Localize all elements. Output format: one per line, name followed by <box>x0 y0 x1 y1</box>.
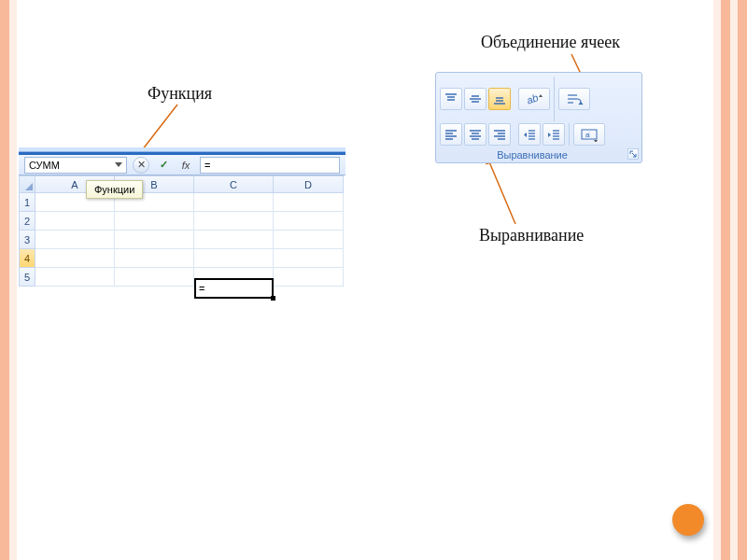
cell[interactable] <box>115 268 194 287</box>
align-center-icon <box>468 127 483 142</box>
row-header[interactable]: 5 <box>19 268 35 287</box>
col-header[interactable]: D <box>274 175 344 193</box>
svg-text:ab: ab <box>525 91 540 105</box>
excel-fragment: СУММ ✕ ✓ fx = 1 2 3 4 5 A B C D <box>19 147 345 287</box>
check-icon: ✓ <box>160 159 168 171</box>
cell[interactable] <box>115 231 194 249</box>
active-cell[interactable]: = <box>194 278 274 299</box>
cell[interactable] <box>274 268 344 287</box>
decrease-indent-icon <box>522 127 537 142</box>
formula-input[interactable]: = <box>200 157 340 174</box>
svg-text:a: a <box>585 131 590 139</box>
separator <box>569 123 570 146</box>
align-left-icon <box>444 127 458 142</box>
align-bottom-icon <box>492 91 507 106</box>
orientation-button[interactable]: ab <box>518 88 550 110</box>
cell[interactable] <box>35 268 115 287</box>
active-cell-value: = <box>199 283 204 294</box>
slide-band-strip-right-2 <box>713 0 721 560</box>
dialog-launcher-button[interactable] <box>627 148 639 160</box>
spreadsheet-grid: 1 2 3 4 5 A B C D <box>19 175 345 287</box>
align-middle-icon <box>468 91 483 106</box>
align-right-icon <box>492 127 507 142</box>
cell[interactable] <box>194 249 274 268</box>
slide-band-outer-right <box>738 0 747 560</box>
formula-bar: СУММ ✕ ✓ fx = <box>19 155 345 175</box>
slide-nav-dot[interactable] <box>672 504 704 536</box>
cell[interactable] <box>274 193 344 212</box>
merge-center-button[interactable]: a <box>573 123 605 146</box>
increase-indent-button[interactable] <box>543 123 565 146</box>
align-center-button[interactable] <box>464 123 486 146</box>
arrow-alignment <box>486 153 515 224</box>
cancel-formula-button[interactable]: ✕ <box>133 157 149 174</box>
fx-icon: fx <box>182 160 190 171</box>
row-header-active[interactable]: 4 <box>19 249 35 268</box>
name-box[interactable]: СУММ <box>24 157 127 174</box>
row-header[interactable]: 3 <box>19 231 35 249</box>
select-all-corner[interactable] <box>19 175 35 193</box>
cell[interactable] <box>194 193 274 212</box>
dialog-launcher-icon <box>629 150 637 158</box>
ribbon-group-title: Выравнивание <box>436 149 628 161</box>
row-header[interactable]: 1 <box>19 193 35 212</box>
increase-indent-icon <box>546 127 561 142</box>
enter-formula-button[interactable]: ✓ <box>155 157 172 174</box>
formula-input-value: = <box>204 160 210 171</box>
cell[interactable] <box>115 249 194 268</box>
decrease-indent-button[interactable] <box>518 123 541 146</box>
annotation-alignment: Выравнивание <box>479 226 584 245</box>
name-box-value: СУММ <box>29 160 60 171</box>
x-icon: ✕ <box>137 159 146 171</box>
annotation-merge-cells: Объединение ячеек <box>481 33 620 52</box>
orientation-icon: ab <box>525 91 543 106</box>
wrap-text-icon <box>565 91 584 106</box>
insert-function-button[interactable]: fx <box>177 157 194 174</box>
cell[interactable] <box>35 212 115 231</box>
col-header[interactable]: C <box>194 175 274 193</box>
align-right-button[interactable] <box>488 123 511 146</box>
cell[interactable] <box>274 249 344 268</box>
cell[interactable] <box>35 231 115 249</box>
slide-band-inner-left <box>9 0 17 560</box>
separator <box>554 77 555 121</box>
annotation-function: Функция <box>148 84 212 104</box>
cell[interactable] <box>194 212 274 231</box>
align-top-button[interactable] <box>440 88 462 110</box>
slide-band-inner-right <box>730 0 738 560</box>
functions-tooltip: Функции <box>86 180 143 199</box>
cell[interactable] <box>274 212 344 231</box>
merge-center-icon: a <box>580 127 599 142</box>
align-middle-button[interactable] <box>464 88 486 110</box>
align-bottom-button[interactable] <box>488 88 511 110</box>
cell[interactable] <box>35 249 115 268</box>
fill-handle[interactable] <box>271 296 275 301</box>
cell[interactable] <box>194 231 274 249</box>
align-top-icon <box>444 91 458 106</box>
wrap-text-button[interactable] <box>558 88 590 110</box>
row-header[interactable]: 2 <box>19 212 35 231</box>
ribbon-alignment-group: ab a <box>435 72 642 163</box>
cell[interactable] <box>115 212 194 231</box>
cell[interactable] <box>274 231 344 249</box>
name-box-dropdown-icon[interactable] <box>115 162 122 167</box>
align-left-button[interactable] <box>440 123 462 146</box>
slide-band-strip-right <box>721 0 730 560</box>
slide-band-outer-left <box>0 0 9 560</box>
